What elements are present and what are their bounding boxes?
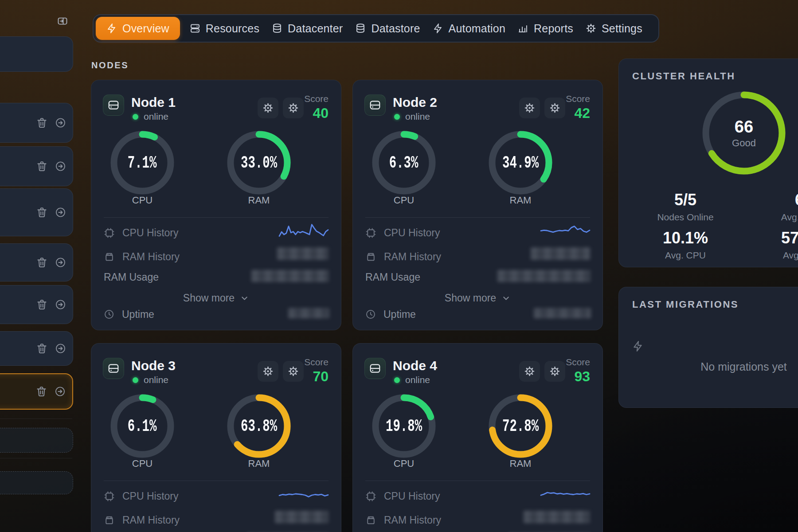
- delete-icon[interactable]: [36, 257, 48, 269]
- uptime-redacted-value: [534, 308, 591, 318]
- stat-label: Avg. CPU: [634, 250, 736, 261]
- sidebar-item-7[interactable]: [0, 373, 73, 410]
- node-title: Node 2: [393, 95, 437, 110]
- show-more-button[interactable]: Show more: [91, 290, 341, 305]
- stat-value: 66: [753, 191, 798, 209]
- node-settings-button-2[interactable]: [544, 361, 565, 382]
- open-arrow-icon[interactable]: [55, 343, 66, 354]
- ram-usage-redacted-value: [497, 270, 591, 282]
- status-label: online: [144, 375, 168, 385]
- server-icon: [364, 358, 386, 379]
- cpu-percent: 19.8%: [386, 417, 422, 436]
- cpu-history-sparkline: [540, 223, 591, 238]
- item-actions: [36, 160, 66, 172]
- stat-value: 10.1%: [634, 229, 736, 247]
- tab-label: Datastore: [371, 22, 420, 35]
- cpu-history-label: CPU History: [384, 490, 440, 502]
- open-arrow-icon[interactable]: [55, 161, 66, 172]
- node-settings-button-1[interactable]: [519, 98, 540, 118]
- ram-history-label: RAM History: [384, 514, 441, 526]
- tab-6[interactable]: Settings: [579, 17, 649, 40]
- online-dot-icon: [133, 114, 138, 120]
- uptime-label: Uptime: [383, 309, 416, 321]
- tab-3[interactable]: Datastore: [349, 17, 426, 40]
- stat-avg-ram: 57.4% Avg. RAM: [753, 229, 798, 261]
- gear-icon: [586, 23, 596, 34]
- item-actions: [36, 257, 66, 269]
- tab-label: Automation: [449, 22, 505, 35]
- sidebar-item-3[interactable]: [0, 188, 73, 236]
- last-migrations-title: LAST MIGRATIONS: [632, 299, 739, 310]
- cluster-score: 66: [735, 117, 753, 137]
- delete-icon[interactable]: [36, 160, 48, 172]
- stat-nodes-online: 5/5 Nodes Online: [634, 191, 736, 223]
- sidebar-item-6[interactable]: [0, 331, 73, 366]
- node-status: online: [394, 375, 430, 385]
- tab-label: Reports: [534, 22, 573, 35]
- ram-donut: 33.0%: [226, 129, 292, 196]
- tab-label: Resources: [206, 22, 259, 35]
- last-migrations-panel: LAST MIGRATIONS No migrations yet: [618, 287, 798, 408]
- chevron-down-icon: [240, 293, 249, 303]
- ram-icon: [104, 515, 115, 526]
- tab-5[interactable]: Reports: [512, 17, 579, 40]
- open-arrow-icon[interactable]: [55, 299, 66, 310]
- tab-0[interactable]: Overview: [96, 17, 180, 40]
- node-settings-button-1[interactable]: [519, 361, 540, 382]
- ram-donut-label: RAM: [226, 458, 292, 469]
- open-arrow-icon[interactable]: [55, 257, 66, 268]
- cpu-donut-label: CPU: [371, 195, 437, 206]
- ram-history-label: RAM History: [122, 251, 180, 263]
- sidebar-item-0[interactable]: [0, 36, 73, 72]
- sidebar-item-1[interactable]: [0, 103, 73, 143]
- ram-history-label: RAM History: [384, 251, 441, 263]
- sidebar-item-8[interactable]: [0, 428, 73, 453]
- delete-icon[interactable]: [36, 299, 48, 311]
- database-icon: [272, 23, 282, 34]
- delete-icon[interactable]: [36, 343, 48, 355]
- show-more-label: Show more: [183, 292, 235, 304]
- tab-2[interactable]: Datacenter: [266, 17, 349, 40]
- tab-1[interactable]: Resources: [184, 17, 266, 40]
- sidebar-item-4[interactable]: [0, 243, 73, 282]
- delete-icon[interactable]: [36, 117, 48, 129]
- node-settings-button-2[interactable]: [544, 98, 565, 118]
- delete-icon[interactable]: [35, 386, 47, 398]
- show-more-button[interactable]: Show more: [353, 290, 602, 305]
- tab-4[interactable]: Automation: [426, 17, 512, 40]
- show-more-label: Show more: [445, 292, 496, 304]
- node-settings-button-1[interactable]: [258, 361, 278, 382]
- sidebar-item-9[interactable]: [0, 471, 73, 494]
- node-card-2: Node 3 online Score 70 6.1% CPU: [91, 343, 341, 532]
- node-card-3: Node 4 online Score 93 19.8% CPU: [352, 343, 603, 532]
- node-settings-button-2[interactable]: [283, 361, 304, 382]
- open-arrow-icon[interactable]: [55, 386, 66, 397]
- sidebar-import-icon[interactable]: [57, 16, 68, 26]
- cpu-donut-label: CPU: [371, 458, 437, 469]
- cpu-donut: 19.8%: [371, 393, 437, 459]
- online-dot-icon: [394, 377, 400, 383]
- status-label: online: [405, 111, 430, 122]
- sidebar-item-5[interactable]: [0, 285, 73, 324]
- cpu-icon: [104, 491, 115, 502]
- node-title: Node 4: [393, 358, 437, 373]
- open-arrow-icon[interactable]: [55, 207, 66, 218]
- server-icon: [103, 94, 124, 116]
- node-status: online: [133, 111, 168, 122]
- node-settings-button-2[interactable]: [283, 98, 304, 118]
- delete-icon[interactable]: [36, 207, 48, 219]
- score-label: Score: [304, 94, 329, 104]
- cluster-health-panel: CLUSTER HEALTH 66 Good 5/5 Nodes Online …: [618, 59, 798, 267]
- sidebar-item-2[interactable]: [0, 146, 73, 186]
- open-arrow-icon[interactable]: [55, 117, 66, 129]
- uptime-label: Uptime: [122, 309, 154, 321]
- nodes-section-heading: NODES: [91, 60, 129, 70]
- online-dot-icon: [394, 114, 400, 120]
- node-settings-button-1[interactable]: [258, 98, 278, 118]
- ram-donut: 63.8%: [226, 393, 292, 459]
- ram-icon: [365, 251, 376, 262]
- ram-percent: 63.8%: [241, 417, 277, 436]
- node-title: Node 1: [131, 95, 176, 110]
- cluster-donut-center: 66 Good: [702, 91, 786, 175]
- item-actions: [36, 343, 66, 355]
